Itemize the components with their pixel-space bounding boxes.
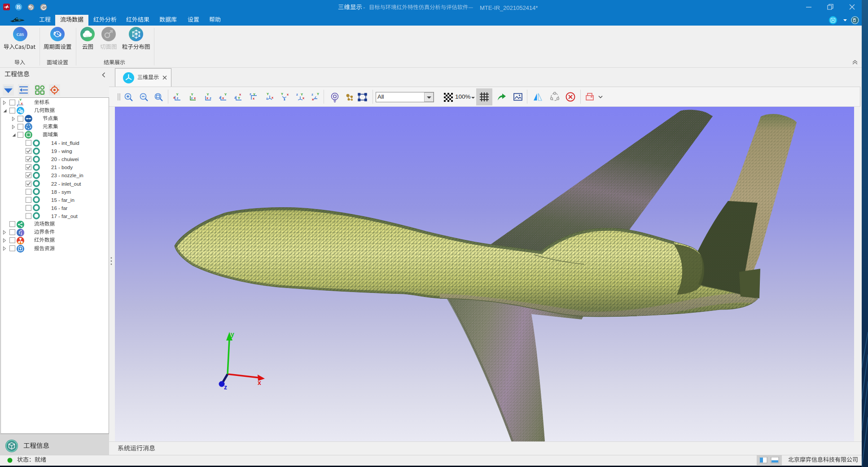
svg-text:z: z <box>224 384 227 391</box>
svg-text:z: z <box>284 97 285 101</box>
svg-text:Y: Y <box>317 92 319 96</box>
svg-text:z: z <box>296 92 298 96</box>
svg-text:z: z <box>311 92 313 96</box>
svg-text:x: x <box>21 101 23 105</box>
svg-text:z: z <box>234 96 236 100</box>
svg-text:z: z <box>266 96 268 100</box>
svg-text:Y: Y <box>281 92 283 96</box>
svg-text:z: z <box>191 96 193 100</box>
svg-text:z: z <box>17 103 18 107</box>
svg-text:y: y <box>231 331 234 338</box>
svg-text:z: z <box>250 92 251 96</box>
svg-text:x: x <box>287 92 289 96</box>
svg-text:z: z <box>210 96 211 100</box>
svg-text:x: x <box>206 96 209 100</box>
svg-text:Y: Y <box>267 92 269 96</box>
svg-text:x: x <box>272 96 274 100</box>
svg-text:z: z <box>219 96 221 100</box>
svg-text:z: z <box>177 96 179 100</box>
svg-text:x: x <box>253 96 255 100</box>
svg-text:x: x <box>194 96 196 100</box>
svg-text:Y: Y <box>224 92 227 96</box>
svg-text:Y: Y <box>253 92 255 96</box>
svg-text:Y: Y <box>238 96 240 100</box>
svg-text:x: x <box>302 96 305 100</box>
svg-text:x: x <box>222 96 224 100</box>
svg-text:x: x <box>258 379 261 386</box>
